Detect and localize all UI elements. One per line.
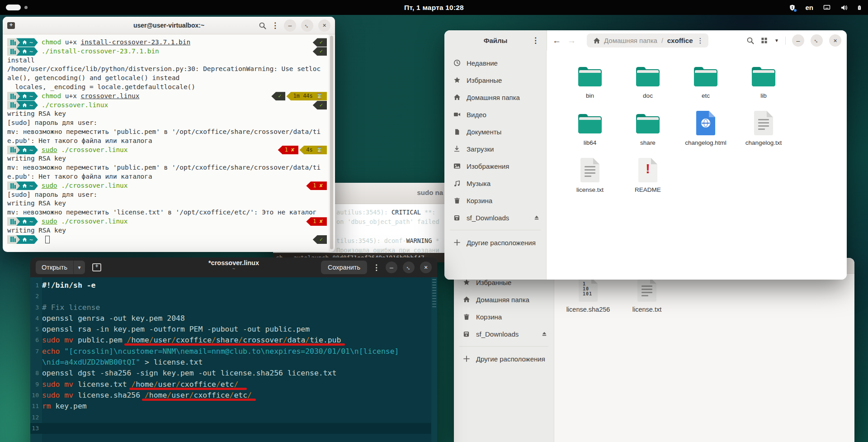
sidebar-item-видео[interactable]: Видео [444, 106, 546, 123]
sidebar-menu-icon[interactable]: ⋮ [532, 36, 539, 45]
terminal-row: writing RSA key [7, 154, 327, 163]
sidebar-item-корзина[interactable]: Корзина [454, 308, 554, 325]
desktop: sudo na autilus:3545): CRITICAL **:on 'd… [0, 0, 868, 442]
sidebar-item-документы[interactable]: Документы [444, 123, 546, 140]
star-icon [462, 279, 470, 286]
file-item-readme[interactable]: !README [619, 157, 677, 194]
save-button[interactable]: Сохранить [321, 261, 367, 274]
terminal-titlebar[interactable]: user@user-virtualbox:~ ⋮ – ↔ × [3, 17, 335, 34]
sidebar-item-изображения[interactable]: Изображения [444, 157, 546, 175]
sidebar-item-sf-downloads[interactable]: sf_Downloads [444, 209, 546, 226]
editor-titlebar[interactable]: Открыть ▼ *crossover.linux ~ Сохранить ⋮… [30, 257, 437, 277]
terminal-output-area[interactable]: ~chmod u+x install-crossover-23.7.1.bin✓… [3, 34, 335, 244]
new-tab-icon[interactable] [92, 263, 101, 271]
file-item-license-txt[interactable]: license.txt [618, 277, 676, 313]
privacy-shield-icon[interactable] [789, 4, 796, 11]
sidebar-item-label: Загрузки [467, 145, 494, 153]
folder-icon [577, 110, 603, 136]
file-item-license-sha256[interactable]: 110101license.sha256 [559, 277, 618, 313]
file-item-lib[interactable]: lib [735, 63, 793, 100]
network-icon[interactable] [823, 4, 831, 11]
close-button[interactable]: × [420, 261, 432, 273]
text-segment: writing RSA key [7, 200, 66, 207]
file-manager-window-downloads: ИзбранныеДомашняя папкаКорзинаsf_Downloa… [454, 258, 854, 442]
eject-icon[interactable] [541, 331, 547, 337]
terminal-output-line: e.pub': Нет такого файла или каталога [7, 137, 152, 146]
back-icon[interactable]: ← [552, 36, 561, 46]
sidebar-item-другие-расположения[interactable]: Другие расположения [454, 350, 554, 367]
open-dropdown-caret-icon[interactable]: ▼ [73, 261, 85, 274]
search-icon[interactable] [746, 37, 754, 44]
files-content: bindocetcliblib64sharechangelog.htmlchan… [547, 51, 847, 280]
terminal-row: writing RSA key [7, 199, 327, 208]
text-segment: mv: невозможно переместить 'license.txt'… [7, 209, 316, 216]
file-item-doc[interactable]: doc [619, 63, 677, 100]
editor-overview-map[interactable] [431, 277, 437, 442]
sidebar-item-загрузки[interactable]: Загрузки [444, 140, 546, 157]
menu-kebab-icon[interactable]: ⋮ [271, 21, 279, 30]
keyboard-layout-indicator[interactable]: en [805, 4, 813, 11]
sidebar-item-label: Другие расположения [467, 239, 536, 247]
sidebar-item-другие-расположения[interactable]: Другие расположения [444, 234, 546, 251]
map-line [432, 295, 436, 296]
terminal-row: writing RSA key [7, 226, 327, 235]
file-label: changelog.txt [745, 139, 782, 147]
clock-icon [453, 59, 461, 67]
file-item-changelog-html[interactable]: changelog.html [677, 110, 735, 147]
terminal-scrollbar[interactable] [329, 34, 335, 252]
sidebar-item-label: Музыка [467, 180, 491, 187]
minimize-button[interactable]: – [386, 261, 397, 273]
shell-prompt: ~ [7, 38, 38, 47]
divider [785, 37, 786, 45]
view-options-caret-icon[interactable]: ▼ [774, 38, 779, 43]
view-grid-icon[interactable] [760, 37, 768, 44]
text-segment: mv: невозможно переместить 'public.pem' … [7, 128, 321, 135]
close-button[interactable]: × [318, 19, 330, 32]
forward-icon[interactable]: → [567, 36, 576, 46]
file-label: bin [586, 92, 594, 100]
scrollbar-thumb[interactable] [330, 36, 333, 249]
path-menu-icon[interactable]: ⋮ [697, 37, 703, 45]
file-item-etc[interactable]: etc [677, 63, 735, 100]
sidebar-item-корзина[interactable]: Корзина [444, 192, 546, 209]
text-segment: ./crossover.linux [42, 101, 108, 109]
file-item-bin[interactable]: bin [561, 63, 619, 100]
eject-icon[interactable] [533, 214, 540, 221]
breadcrumb-home[interactable]: Домашняя папка [593, 37, 657, 44]
file-item-changelog-txt[interactable]: changelog.txt [735, 110, 793, 147]
file-item-lib64[interactable]: lib64 [561, 110, 619, 147]
sidebar-item-музыка[interactable]: Музыка [444, 175, 546, 192]
text-segment: autilus:3545): [336, 209, 392, 216]
minimize-button[interactable]: – [284, 19, 296, 32]
sidebar-item-sf-downloads[interactable]: sf_Downloads [454, 325, 554, 342]
open-button[interactable]: Открыть [36, 261, 73, 274]
volume-icon[interactable] [840, 4, 848, 11]
plus-icon [462, 355, 470, 362]
sidebar-item-label: Домашняя папка [467, 94, 520, 101]
breadcrumb-current[interactable]: cxoffice [667, 37, 693, 44]
editor-text-area[interactable]: 1#!/bin/sh -e23# Fix license4openssl gen… [30, 277, 437, 442]
minimize-button[interactable]: – [792, 34, 804, 47]
menu-kebab-icon[interactable]: ⋮ [373, 263, 380, 272]
text-segment: locales, _encoding = locale.getdefaultlo… [7, 83, 195, 90]
terminal-output-line: locales, _encoding = locale.getdefaultlo… [7, 83, 195, 92]
text-segment: public.pem [73, 336, 127, 344]
restore-button[interactable]: ↔ [403, 261, 415, 273]
battery-icon[interactable] [857, 4, 862, 11]
sidebar-item-домашняя-папка[interactable]: Домашняя папка [454, 291, 554, 308]
background-terminal-line: tilus:3545): dconf-WARNING * [336, 236, 457, 246]
success-badge: ✓ [271, 92, 285, 100]
breadcrumb[interactable]: Домашняя папка / cxoffice ⋮ [587, 33, 708, 48]
restore-button[interactable]: ↔ [301, 19, 313, 32]
file-item-share[interactable]: share [619, 110, 677, 147]
clock[interactable]: Пт, 1 марта 10:28 [0, 0, 868, 15]
search-icon[interactable] [259, 22, 266, 29]
sidebar-item-домашняя-папка[interactable]: Домашняя папка [444, 89, 546, 106]
file-item-license-txt[interactable]: license.txt [561, 157, 619, 194]
sidebar-item-избранные[interactable]: Избранные [444, 71, 546, 89]
open-split-button[interactable]: Открыть ▼ [36, 261, 85, 274]
sidebar-item-недавние[interactable]: Недавние [444, 54, 546, 71]
terminal-row: mv: невозможно переместить 'public.pem' … [7, 163, 327, 172]
close-button[interactable]: × [829, 34, 841, 47]
restore-button[interactable]: ↔ [811, 34, 823, 47]
